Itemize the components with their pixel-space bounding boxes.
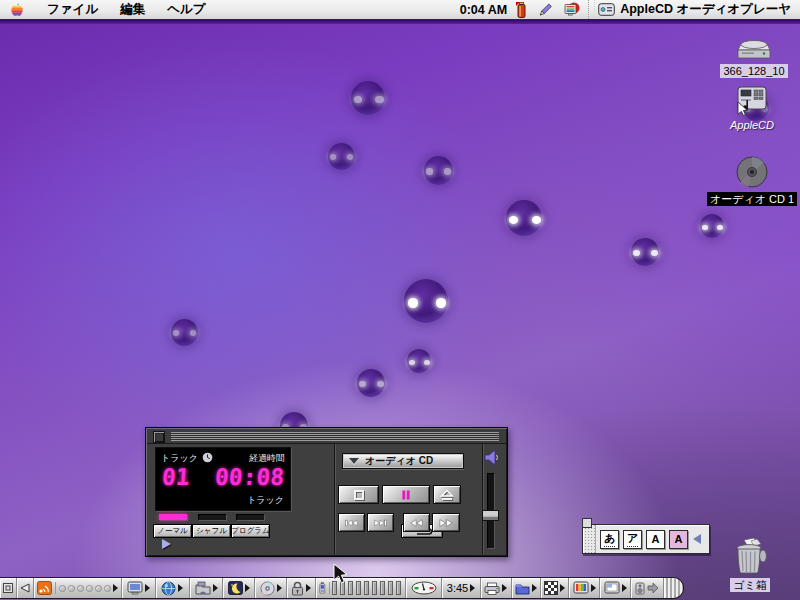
shuffle-mode-indicator: [198, 514, 226, 520]
desktop-icon-hard-drive[interactable]: 366_128_10: [726, 38, 782, 78]
source-dropdown-value: オーディオ CD: [365, 454, 433, 468]
close-box-icon[interactable]: [153, 431, 165, 443]
printer-icon: [484, 582, 500, 595]
audio-cd-label: オーディオ CD 1: [707, 192, 797, 206]
wallpaper-bubble: [328, 143, 355, 170]
module-arrow-icon: [591, 584, 596, 592]
arrow-left-icon: [20, 583, 30, 593]
battery-menu-icon[interactable]: [516, 2, 527, 18]
disclosure-triangle[interactable]: [162, 539, 171, 549]
module-arrow-icon: [306, 584, 311, 592]
control-strip-end-tab[interactable]: [664, 578, 683, 598]
module-arrow-icon: [532, 584, 537, 592]
color-depth-module[interactable]: [569, 578, 600, 598]
monitor-icon: [127, 581, 143, 595]
security-module[interactable]: [287, 578, 316, 598]
hiragana-mode-button[interactable]: あ: [600, 530, 619, 549]
sound-module[interactable]: [631, 578, 664, 598]
trash-label: ゴミ箱: [730, 578, 770, 592]
module-arrow-icon: [213, 584, 218, 592]
palette-close-box[interactable]: [582, 518, 592, 528]
wallpaper-bubble: [424, 156, 453, 185]
applecd-player-window: トラック 経過時間 88 01 88:88 00:08 トラック ノーマル シャ…: [145, 427, 508, 557]
shuffle-mode-button[interactable]: シャフル: [192, 524, 231, 538]
control-strip-tab[interactable]: [0, 578, 17, 598]
apple-menu-icon[interactable]: [10, 2, 24, 18]
fast-forward-button[interactable]: [432, 513, 460, 532]
color-depth-icon: [573, 581, 589, 595]
cd-strip-module[interactable]: [255, 578, 287, 598]
energy-saver-module[interactable]: [223, 578, 255, 598]
titlebar-stripes: [171, 432, 499, 441]
gauge-icon: [411, 581, 437, 595]
next-track-button[interactable]: [367, 513, 394, 532]
display-settings-module[interactable]: [122, 578, 156, 598]
file-sharing-module[interactable]: [190, 578, 224, 598]
module-arrow-icon: [622, 584, 627, 592]
shared-folder-module[interactable]: [512, 578, 541, 598]
palette-drag-handle[interactable]: [583, 525, 596, 553]
previous-track-button[interactable]: [338, 513, 365, 532]
resolution-module[interactable]: [600, 578, 631, 598]
strip-tab-icon: [3, 583, 13, 593]
menu-file[interactable]: ファイル: [36, 0, 109, 19]
application-menu[interactable]: AppleCD オーディオプレーヤ: [598, 1, 800, 18]
clock-strip-module[interactable]: 3:45: [442, 578, 480, 598]
rewind-button[interactable]: [403, 513, 430, 532]
strip-collapse-button[interactable]: [17, 578, 34, 598]
wallpaper-bubble: [407, 349, 431, 373]
strip-time: 3:45: [447, 582, 468, 594]
eject-button[interactable]: [433, 485, 461, 504]
internet-module[interactable]: [156, 578, 190, 598]
trash-icon: [728, 538, 772, 576]
application-menu-label: AppleCD オーディオプレーヤ: [620, 1, 791, 18]
folder-icon: [515, 582, 530, 595]
player-title-bar[interactable]: [147, 429, 506, 444]
small-speaker-icon: [635, 582, 645, 595]
fullwidth-roman-button[interactable]: A: [646, 530, 665, 549]
pencil-input-menu-icon[interactable]: [537, 2, 553, 18]
rewind-icon: [410, 518, 423, 528]
resolution-monitor-icon: [604, 581, 620, 595]
speaker-icon: [483, 449, 501, 466]
sound-volume-module[interactable]: [34, 578, 122, 598]
desktop-icon-audio-cd[interactable]: オーディオ CD 1: [714, 156, 790, 206]
module-arrow-icon: [502, 584, 507, 592]
fast-forward-icon: [439, 518, 453, 528]
menubar-clock[interactable]: 0:04 AM: [460, 3, 507, 17]
globe-icon: [161, 581, 176, 596]
katakana-mode-button[interactable]: ア: [623, 530, 642, 549]
panel-divider: [334, 444, 335, 554]
normal-mode-button[interactable]: ノーマル: [153, 524, 192, 538]
wallpaper-bubble: [351, 81, 385, 115]
menu-edit[interactable]: 編集: [109, 0, 156, 19]
menubar-divider: [588, 0, 595, 19]
trash[interactable]: ゴミ箱: [722, 538, 778, 592]
chevron-down-icon: [349, 458, 359, 464]
pause-button[interactable]: [382, 485, 430, 504]
normal-mode-indicator: [159, 514, 187, 520]
program-mode-button[interactable]: プログラム: [231, 524, 270, 538]
performance-gauge-module[interactable]: [406, 578, 443, 598]
module-arrow-icon: [245, 584, 250, 592]
battery-icon: [319, 580, 326, 596]
battery-monitor-module[interactable]: [316, 578, 406, 598]
source-dropdown[interactable]: オーディオ CD: [342, 453, 464, 469]
module-arrow-icon: [560, 584, 565, 592]
halfwidth-roman-button[interactable]: A: [669, 530, 688, 549]
stop-button[interactable]: [338, 485, 379, 504]
clock-icon: [202, 452, 213, 463]
volume-slider-thumb[interactable]: [482, 510, 499, 521]
printer-module[interactable]: [481, 578, 512, 598]
menu-help[interactable]: ヘルプ: [156, 0, 216, 19]
lcd-bottom-label: トラック: [247, 494, 284, 507]
monitors-menu-icon[interactable]: [563, 2, 580, 18]
applecd-app-icon: [735, 84, 769, 116]
module-arrow-icon: [178, 584, 183, 592]
checkerboard-icon: [544, 581, 558, 595]
desktop-pattern-module[interactable]: [541, 578, 570, 598]
palette-collapse-icon[interactable]: [693, 534, 701, 544]
hard-drive-icon: [736, 38, 772, 62]
wallpaper-bubble: [631, 238, 659, 266]
desktop-icon-applecd-alias[interactable]: AppleCD: [724, 84, 780, 132]
